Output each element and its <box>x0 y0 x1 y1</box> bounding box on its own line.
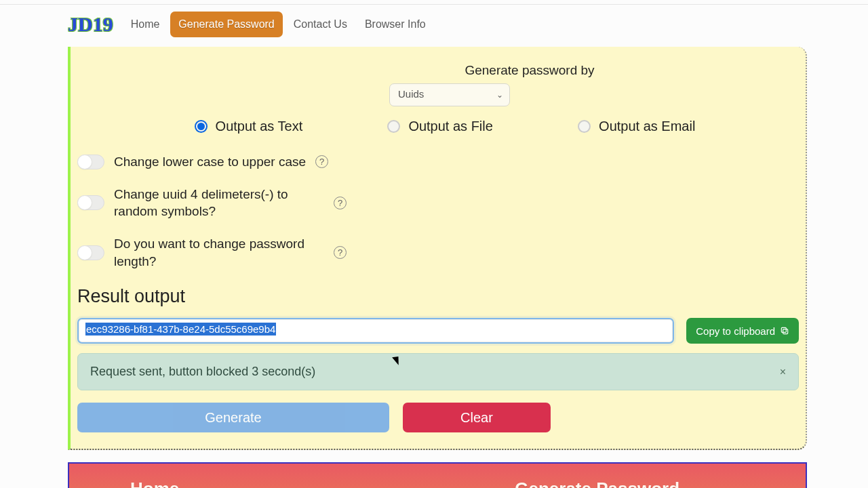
nav-generate-password[interactable]: Generate Password <box>170 12 282 37</box>
footer-link-home[interactable]: Home <box>130 479 223 488</box>
help-icon[interactable]: ? <box>334 197 347 209</box>
toggle-delimiters[interactable] <box>77 195 104 210</box>
nav-contact-us[interactable]: Contact Us <box>287 13 354 36</box>
footer: Home Contact Us Generate Password <box>68 462 807 488</box>
toggle-length-label: Do you want to change password length? <box>114 235 324 270</box>
radio-label: Output as Email <box>599 119 695 134</box>
radio-label: Output as File <box>408 119 493 134</box>
result-output-field[interactable]: ecc93286-bf81-437b-8e24-5dc55c69e9b4 <box>77 318 674 344</box>
nav-home[interactable]: Home <box>124 13 167 36</box>
output-as-email-radio[interactable]: Output as Email <box>578 119 695 134</box>
radio-off-icon <box>387 120 400 133</box>
help-icon[interactable]: ? <box>334 246 347 259</box>
output-as-file-radio[interactable]: Output as File <box>387 119 493 134</box>
status-alert: Request sent, button blocked 3 second(s)… <box>77 353 799 390</box>
radio-off-icon <box>578 120 591 133</box>
result-heading: Result output <box>77 286 799 307</box>
nav-browser-info[interactable]: Browser Info <box>358 13 433 36</box>
help-icon[interactable]: ? <box>315 155 328 168</box>
copy-to-clipboard-button[interactable]: Copy to clipboard <box>686 318 799 344</box>
copy-icon <box>780 326 789 336</box>
generate-by-select[interactable]: Uuids <box>389 83 510 106</box>
toggle-uppercase[interactable] <box>77 155 104 169</box>
toggle-delimiters-label: Change uuid 4 delimeters(-) to random sy… <box>114 186 324 220</box>
alert-close-button[interactable]: × <box>780 366 786 378</box>
clear-button[interactable]: Clear <box>403 403 551 432</box>
generate-button[interactable]: Generate <box>77 403 389 432</box>
radio-on-icon <box>195 120 208 133</box>
generate-by-label: Generate password by <box>77 63 799 78</box>
toggle-length[interactable] <box>77 245 104 260</box>
result-value: ecc93286-bf81-437b-8e24-5dc55c69e9b4 <box>85 323 276 336</box>
toggle-uppercase-label: Change lower case to upper case <box>114 153 306 171</box>
output-mode-group: Output as Text Output as File Output as … <box>77 119 799 134</box>
alert-text: Request sent, button blocked 3 second(s) <box>90 365 315 379</box>
svg-rect-0 <box>783 329 788 334</box>
footer-link-generate[interactable]: Generate Password <box>515 479 679 488</box>
output-as-text-radio[interactable]: Output as Text <box>195 119 303 134</box>
main-panel: Generate password by Uuids ⌄ Output as T… <box>68 47 807 450</box>
radio-label: Output as Text <box>216 119 303 134</box>
svg-rect-1 <box>781 328 786 333</box>
logo: JD19 <box>68 13 113 36</box>
navbar: JD19 Home Generate Password Contact Us B… <box>68 5 807 47</box>
copy-label: Copy to clipboard <box>696 325 775 337</box>
